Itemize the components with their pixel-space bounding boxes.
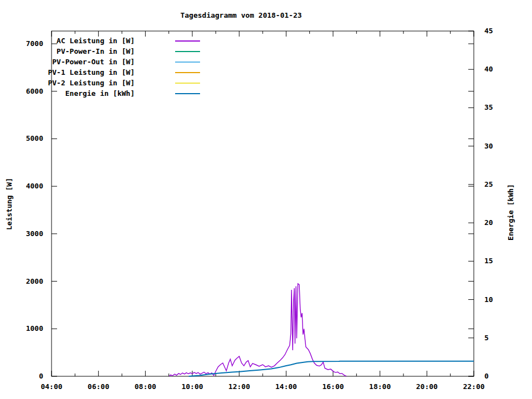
x-tick-label: 08:00	[135, 383, 156, 391]
y2-tick-label: 20	[484, 219, 493, 227]
legend-line-sample	[175, 62, 200, 63]
y2-tick-label: 0	[484, 372, 489, 380]
y2-tick-label: 15	[484, 257, 493, 265]
x-tick-label: 14:00	[275, 383, 297, 391]
legend-label: PV-1 Leistung in [W]	[7, 69, 135, 76]
x-tick-label: 12:00	[228, 383, 250, 391]
x-tick-label: 04:00	[40, 383, 62, 391]
legend-label: PV-Power-In in [W]	[7, 48, 135, 55]
y2-tick-label: 25	[484, 181, 493, 188]
x-tick-label: 06:00	[88, 383, 109, 391]
x-tick-label: 22:00	[463, 383, 484, 391]
y2-tick-label: 30	[484, 142, 493, 150]
legend-line-sample	[175, 51, 200, 52]
x-tick-label: 10:00	[181, 383, 203, 391]
y2-tick-label: 40	[484, 65, 493, 73]
series-line-ac-leistung-in-w-	[170, 284, 347, 376]
y-tick-label: 1000	[10, 325, 43, 332]
legend-line-sample	[175, 40, 200, 42]
y2-tick-label: 35	[484, 104, 493, 111]
y-tick-label: 0	[10, 372, 43, 380]
x-tick-label: 16:00	[322, 383, 344, 391]
legend-line-sample	[175, 83, 200, 84]
legend-label: PV-Power-Out in [W]	[7, 58, 135, 66]
legend-label: PV-2 Leistung in [W]	[7, 79, 135, 87]
y-tick-label: 3000	[10, 230, 43, 238]
y-tick-label: 2000	[10, 278, 43, 285]
legend-line-sample	[175, 93, 200, 94]
y2-tick-label: 5	[484, 334, 489, 342]
x-tick-label: 20:00	[416, 383, 438, 391]
y-tick-label: 7000	[10, 40, 43, 48]
y-tick-label: 6000	[10, 88, 43, 95]
y2-tick-label: 10	[484, 296, 493, 304]
y2-tick-label: 45	[484, 27, 493, 35]
chart-canvas: Tagesdiagramm vom 2018-01-23 Leistung [W…	[0, 0, 532, 399]
y-tick-label: 5000	[10, 135, 43, 142]
legend-line-sample	[175, 72, 200, 73]
y2-axis-label: Energie [kWh]	[507, 184, 515, 241]
y-tick-label: 4000	[10, 182, 43, 190]
x-tick-label: 18:00	[369, 383, 391, 391]
